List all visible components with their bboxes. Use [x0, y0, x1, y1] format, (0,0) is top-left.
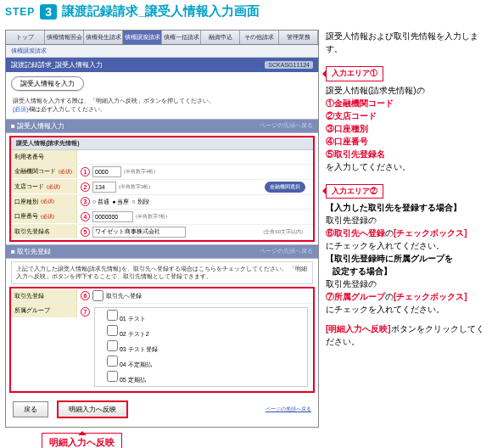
- bank-select-button[interactable]: 金融機関選択: [265, 182, 305, 193]
- section2-title: ■ 取引先登録: [11, 247, 51, 256]
- marker-3: 3: [81, 197, 90, 206]
- tab-4[interactable]: 債権一括請求: [162, 31, 201, 44]
- description-text: 譲受人情報を入力する際は、「明細入力へ反映」ボタンを押してください。 (必須)欄…: [6, 95, 318, 119]
- tab-6[interactable]: その他請求: [240, 31, 279, 44]
- section1-title: ■ 譲受人情報入力: [11, 121, 64, 131]
- page-top-link-2[interactable]: ページの先頭へ戻る: [260, 247, 313, 256]
- acct-type-current[interactable]: ● 当座: [112, 198, 129, 206]
- marker-7: 7: [81, 307, 90, 316]
- page-top-link[interactable]: ページの先頭へ戻る: [260, 121, 313, 131]
- right-intro: 譲受人情報および取引先情報を入力します。: [326, 30, 487, 55]
- form1-header: 譲受人情報(請求先情報): [11, 137, 313, 150]
- acct-type-other[interactable]: ○ 別段: [131, 198, 148, 206]
- marker-5: 5: [81, 227, 90, 237]
- tab-0[interactable]: トップ: [6, 31, 45, 44]
- sub-navigation[interactable]: 債権譲渡請求: [6, 45, 318, 58]
- tab-1[interactable]: 債権情報照会: [45, 31, 84, 44]
- register-note: 上記で入力した譲受人情報(請求先情報)を、取引先へ登録する場合はこちらをチェック…: [11, 261, 313, 285]
- account-number-input[interactable]: [92, 211, 133, 222]
- acct-type-normal[interactable]: ○ 普通: [92, 198, 109, 206]
- partner-name-input[interactable]: [92, 227, 186, 238]
- back-button[interactable]: 戻る: [13, 401, 48, 417]
- tab-2[interactable]: 債権発生請求: [84, 31, 123, 44]
- tab-7[interactable]: 管理業務: [279, 31, 318, 44]
- marker-4: 4: [81, 212, 90, 221]
- step-title: 譲渡記録請求_譲受人情報入力画面: [62, 3, 260, 20]
- group-list: 01 テスト 02 テスト2 03 テスト登録 04 不定期払 05 定期払: [95, 308, 307, 386]
- input-area-1: 譲受人情報(請求先情報) 利用者番号 金融機関コード(必須) 1 (半角数字4桁…: [9, 136, 315, 242]
- page-top-link-3[interactable]: ページの先頭へ戻る: [266, 406, 311, 413]
- input-user-info-button[interactable]: 譲受人情報を入力: [11, 76, 84, 91]
- screenshot-panel: トップ債権情報照会債権発生請求債権譲渡請求債権一括請求融資申込その他請求管理業務…: [5, 30, 319, 428]
- step-number: 3: [40, 4, 57, 20]
- reflect-callout: 明細入力へ反映: [42, 433, 122, 448]
- register-partner-checkbox[interactable]: [92, 290, 103, 301]
- tab-5[interactable]: 融資申込: [201, 31, 240, 44]
- screen-code: SCKASG11124: [265, 61, 313, 69]
- marker-6: 6: [81, 291, 90, 300]
- step-label: STEP: [5, 6, 35, 18]
- marker-2: 2: [81, 182, 90, 192]
- branch-code-input[interactable]: [92, 182, 116, 193]
- area1-label: 入力エリア①: [326, 66, 383, 81]
- reflect-button[interactable]: 明細入力へ反映: [57, 400, 128, 418]
- bank-code-input[interactable]: [92, 166, 121, 177]
- input-area-2: 取引先登録 6 取引先へ登録 所属グループ 7 01 テスト 02 テスト2 0…: [9, 287, 315, 393]
- pane-title: 譲渡記録請求_譲受人情報入力: [11, 60, 103, 70]
- tab-bar: トップ債権情報照会債権発生請求債権譲渡請求債権一括請求融資申込その他請求管理業務: [6, 31, 318, 45]
- tab-3[interactable]: 債権譲渡請求: [123, 31, 162, 44]
- marker-1: 1: [81, 167, 90, 176]
- area2-label: 入力エリア②: [326, 184, 383, 199]
- area1-items: ①金融機関コード②支店コード③口座種別④口座番号⑤取引先登録名: [326, 97, 487, 160]
